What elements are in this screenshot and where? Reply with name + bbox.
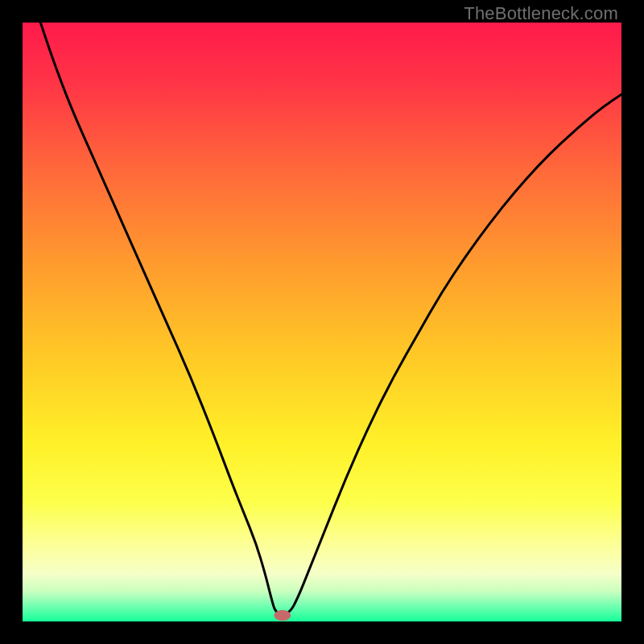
watermark-text: TheBottleneck.com: [464, 3, 618, 24]
gradient-background: [23, 23, 621, 621]
plot-area: [23, 23, 621, 621]
min-marker: [274, 610, 291, 621]
chart-svg: [23, 23, 621, 621]
